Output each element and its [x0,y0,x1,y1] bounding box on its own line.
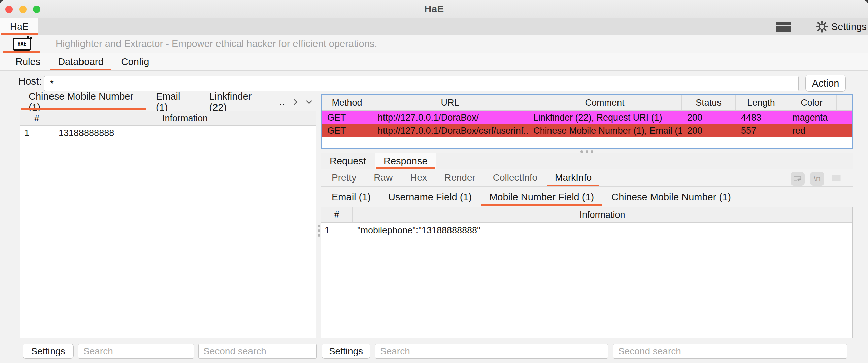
banner-subtitle: Highlighter and Extractor - Empower ethi… [56,35,377,53]
col-color[interactable]: Color [787,95,837,111]
menu-icon [831,174,842,183]
action-button[interactable]: Action [805,75,846,92]
left-tab-chinese-mobile-number[interactable]: Chinese Mobile Number (1) [20,94,147,110]
toolbar-divider [804,21,804,33]
info-col-information[interactable]: Information [352,207,852,222]
left-tab-email[interactable]: Email (1) [147,94,201,110]
url-cell: http://127.0.0.1/DoraBox/ [372,111,528,124]
hae-logo-icon: HAE [13,38,31,51]
banner: HAE Highlighter and Extractor - Empower … [0,35,868,53]
view-tab-collectinfo[interactable]: CollectInfo [484,170,546,186]
tabs-scroll-right-button[interactable] [289,94,302,110]
col-status[interactable]: Status [682,95,736,111]
left-settings-button[interactable]: Settings [23,344,74,359]
left-panel-footer: Settings [23,344,317,359]
left-col-number[interactable]: # [20,111,54,125]
left-tab-overflow[interactable]: .. [275,94,289,110]
panel-splitter-handle[interactable] [316,220,321,241]
status-cell: 200 [682,124,736,138]
row-information-cell: 13188888888 [54,126,316,140]
left-search-input[interactable] [78,344,194,359]
method-cell: GET [322,124,372,138]
length-cell: 4483 [736,111,787,124]
right-panel-footer: Settings [321,344,847,359]
info-col-number[interactable]: # [321,207,352,222]
mark-tab-username-field[interactable]: Username Field (1) [379,188,480,206]
mark-tab-chinese-mobile-number[interactable]: Chinese Mobile Number (1) [603,188,740,206]
view-tab-raw[interactable]: Raw [365,170,401,186]
settings-label: Settings [831,21,867,32]
row-number-cell: 1 [321,223,352,238]
markinfo-table: # Information 1 "mobilephone":"131888888… [321,207,852,338]
comment-cell: Chinese Mobile Number (1), Email (1... [528,124,682,138]
markinfo-tab-bar: Email (1) Username Field (1) Mobile Numb… [321,188,852,206]
tab-rules[interactable]: Rules [7,53,49,70]
settings-button[interactable]: Settings [813,18,868,35]
view-tab-markinfo[interactable]: MarkInfo [546,170,600,186]
markinfo-table-header: # Information [321,207,852,223]
col-length[interactable]: Length [736,95,787,111]
message-splitter-handle[interactable] [321,150,852,153]
databoard-left-panel: Chinese Mobile Number (1) Email (1) Link… [20,94,316,359]
window-titlebar: HaE [0,0,868,18]
color-cell: red [787,124,837,138]
left-data-tab-bar: Chinese Mobile Number (1) Email (1) Link… [20,94,316,110]
tab-config[interactable]: Config [113,53,158,70]
length-cell: 557 [736,124,787,138]
right-settings-button[interactable]: Settings [321,344,370,359]
color-cell: magenta [787,111,837,124]
nav-tab-bar: Rules Databoard Config [0,53,868,71]
col-url[interactable]: URL [372,95,528,111]
left-results-table: # Information 1 13188888888 [20,111,316,338]
http-row-red[interactable]: GET http://127.0.0.1/DoraBox/csrf/userin… [322,124,851,138]
left-tab-linkfinder[interactable]: Linkfinder (22) [201,94,275,110]
chevron-down-icon [304,98,314,106]
left-table-row[interactable]: 1 13188888888 [20,126,316,140]
comment-cell: Linkfinder (22), Request URI (1) [528,111,682,124]
right-search-input[interactable] [375,344,608,359]
tab-request[interactable]: Request [321,153,375,169]
mark-tab-email[interactable]: Email (1) [323,188,379,206]
markinfo-table-row[interactable]: 1 "mobilephone":"13188888888" [321,223,852,238]
http-table-header: Method URL Comment Status Length Color [322,95,851,111]
window-title: HaE [0,0,868,18]
col-filler [837,95,851,111]
request-response-tab-bar: Request Response [321,153,852,169]
col-comment[interactable]: Comment [528,95,682,111]
extension-tab-bar: HaE Settings [0,18,868,35]
window-layout-icon[interactable] [776,22,791,32]
url-cell: http://127.0.0.1/DoraBox/csrf/userinf... [372,124,528,138]
tab-databoard[interactable]: Databoard [49,53,112,70]
row-information-cell: "mobilephone":"13188888888" [352,223,852,238]
word-wrap-icon [793,174,802,183]
host-input[interactable] [44,76,799,91]
mark-tab-mobile-number-field[interactable]: Mobile Number Field (1) [480,188,603,206]
newline-icon: \n [814,174,820,183]
http-history-table: Method URL Comment Status Length Color G… [321,94,852,149]
hae-window: HaE HaE Settings HAE [0,0,868,363]
response-view-tab-bar: Pretty Raw Hex Render CollectInfo MarkIn… [321,170,852,186]
hae-logo-tab[interactable]: HAE [0,35,44,53]
view-toolbar-icons: \n [790,172,843,185]
row-number-cell: 1 [20,126,54,140]
view-tab-render[interactable]: Render [436,170,484,186]
col-method[interactable]: Method [322,95,372,111]
left-table-header: # Information [20,111,316,126]
view-tab-hex[interactable]: Hex [401,170,436,186]
gear-icon [816,21,828,33]
right-second-search-input[interactable] [613,344,847,359]
chevron-right-icon [291,97,299,107]
tab-hae[interactable]: HaE [0,18,38,35]
left-col-information[interactable]: Information [54,111,316,125]
host-label: Host: [18,71,42,92]
tabs-dropdown-button[interactable] [302,94,316,110]
newline-toggle-button[interactable]: \n [810,172,824,185]
tab-response[interactable]: Response [375,153,436,169]
editor-menu-button[interactable] [830,172,843,185]
http-row-magenta[interactable]: GET http://127.0.0.1/DoraBox/ Linkfinder… [322,111,851,124]
status-cell: 200 [682,111,736,124]
left-second-search-input[interactable] [198,344,317,359]
view-tab-pretty[interactable]: Pretty [323,170,365,186]
databoard-right-panel: Method URL Comment Status Length Color G… [321,94,852,359]
word-wrap-button[interactable] [790,172,805,185]
